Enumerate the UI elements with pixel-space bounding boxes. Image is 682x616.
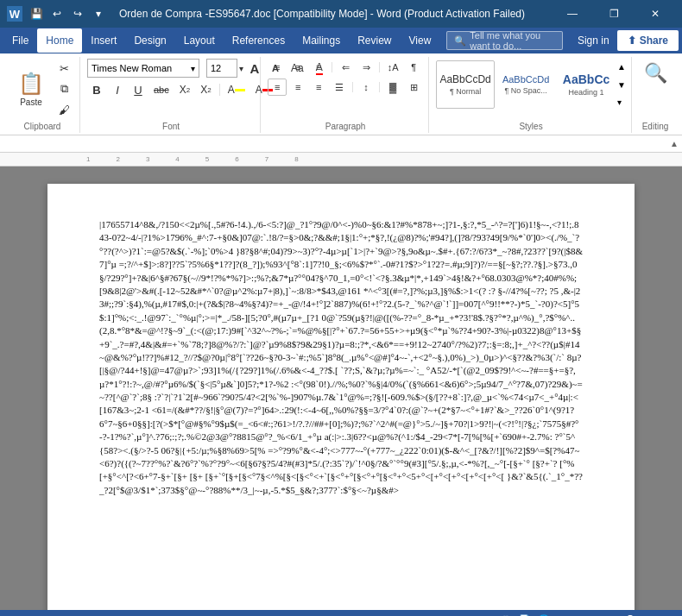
title-bar-left: W 💾 ↩ ↪ ▾ Orden de Compra -ES95647.doc […	[7, 5, 525, 22]
redo-button[interactable]: ↪	[69, 5, 86, 22]
window-controls: — ❐ ✕	[553, 0, 675, 28]
editing-label: Editing	[634, 122, 677, 131]
para-div3	[352, 82, 353, 92]
italic-button[interactable]: I	[108, 80, 127, 99]
font-size-dropdown[interactable]: ▾	[239, 64, 243, 73]
minimize-button[interactable]: —	[553, 0, 592, 28]
align-left-button[interactable]: ≡	[268, 79, 287, 96]
search-icon: 🔍	[454, 35, 466, 47]
style-heading1-label: Heading 1	[569, 88, 604, 97]
restore-button[interactable]: ❐	[594, 0, 634, 28]
paragraph-label: Paragraph	[262, 122, 428, 131]
para-div1	[332, 62, 332, 72]
share-icon: ⬆	[628, 35, 636, 47]
font-divider	[219, 84, 220, 96]
menu-item-design[interactable]: Design	[125, 28, 174, 53]
superscript-button[interactable]: X2	[196, 80, 215, 99]
bold-button[interactable]: B	[87, 80, 106, 99]
quick-access-toolbar: 💾 ↩ ↪ ▾	[28, 5, 107, 22]
close-button[interactable]: ✕	[635, 0, 675, 28]
title-text: Orden de Compra -ES95647.doc [Compatibil…	[119, 8, 525, 20]
menu-item-file[interactable]: File	[3, 28, 37, 53]
collapse-ribbon-button[interactable]: ▲	[670, 139, 679, 148]
ribbon-collapse-row: ▲	[0, 135, 682, 153]
style-normal[interactable]: AaBbCcDd ¶ Normal	[436, 60, 495, 109]
sign-in-button[interactable]: Sign in	[570, 32, 617, 49]
style-normal-preview: AaBbCcDd	[439, 73, 490, 85]
share-button[interactable]: ⬆ Share	[617, 30, 679, 51]
document-content[interactable]: |17655714^8&,/?150<<2µ%[.,5#?6-!4.).,/6-…	[99, 218, 583, 497]
clipboard-tools: 📋 Paste ✂ ⧉ 🖌	[10, 59, 74, 119]
align-right-button[interactable]: ≡	[309, 79, 328, 96]
ribbon-clipboard: 📋 Paste ✂ ⧉ 🖌 Clipboard	[5, 57, 80, 133]
undo-button[interactable]: ↩	[48, 5, 66, 22]
para-top-row: ≡ ≡ ≡ ⇐ ⇒ ↕A ¶	[268, 59, 423, 76]
word-icon: W	[7, 6, 22, 22]
styles-more-button[interactable]: ▾	[617, 97, 626, 107]
menu-item-mailings[interactable]: Mailings	[294, 28, 349, 53]
align-center-button[interactable]: ≡	[288, 79, 307, 96]
status-bar: Page 1 of 2 4 words English (United Stat…	[0, 610, 682, 616]
document-page[interactable]: |17655714^8&,/?150<<2µ%[.,5#?6-!4.).,/6-…	[47, 184, 635, 610]
para-div4	[379, 82, 380, 92]
styles-scroll: ▲ ▼ ▾	[617, 59, 626, 110]
shading-button[interactable]: ▓	[383, 79, 402, 96]
justify-button[interactable]: ☰	[330, 79, 349, 96]
font-name-input[interactable]: Times New Roman ▾	[87, 59, 199, 78]
strikethrough-button[interactable]: abc	[149, 80, 174, 99]
menu-item-view[interactable]: View	[401, 28, 440, 53]
para-bottom-row: ≡ ≡ ≡ ☰ ↕ ▓ ⊞	[268, 79, 423, 96]
styles-label: Styles	[431, 122, 631, 131]
menu-item-references[interactable]: References	[224, 28, 294, 53]
ribbon: 📋 Paste ✂ ⧉ 🖌 Clipboard Times New Roman …	[0, 53, 682, 135]
bullets-button[interactable]: ≡	[268, 59, 287, 76]
multilevel-button[interactable]: ≡	[309, 59, 328, 76]
indent-button[interactable]: ⇒	[357, 59, 376, 76]
underline-button[interactable]: U	[129, 80, 148, 99]
font-size-input[interactable]: 12	[206, 59, 237, 78]
ribbon-editing: 🔍 Editing	[634, 57, 677, 133]
ruler-bar: 1 2 3 4 5 6 7 8	[0, 153, 682, 167]
text-highlight-button[interactable]: A	[224, 80, 249, 99]
ribbon-font: Times New Roman ▾ 12 ▾ A A Aa A	[82, 57, 261, 133]
outdent-button[interactable]: ⇐	[336, 59, 355, 76]
find-button[interactable]: 🔍	[644, 62, 667, 85]
numbering-button[interactable]: ≡	[288, 59, 307, 76]
ribbon-paragraph: ≡ ≡ ≡ ⇐ ⇒ ↕A ¶ ≡ ≡ ≡ ☰ ↕ ▓ ⊞ P	[262, 57, 429, 133]
copy-button[interactable]: ⧉	[54, 79, 74, 98]
save-button[interactable]: 💾	[28, 5, 45, 22]
style-no-spacing[interactable]: AaBbCcDd ¶ No Spac...	[496, 60, 555, 109]
style-heading1[interactable]: AaBbCc Heading 1	[557, 60, 616, 109]
menu-bar: File Home Insert Design Layout Reference…	[0, 28, 682, 53]
grow-font-button[interactable]: A	[245, 59, 264, 78]
menu-item-review[interactable]: Review	[349, 28, 400, 53]
styles-up-button[interactable]: ▲	[617, 62, 626, 72]
format-painter-button[interactable]: 🖌	[54, 100, 74, 119]
style-normal-label: ¶ Normal	[450, 87, 481, 96]
para-div2	[379, 62, 380, 72]
document-area[interactable]: |17655714^8&,/?150<<2µ%[.,5#?6-!4.).,/6-…	[0, 167, 682, 610]
title-bar: W 💾 ↩ ↪ ▾ Orden de Compra -ES95647.doc […	[0, 0, 682, 28]
ribbon-styles: AaBbCcDd ¶ Normal AaBbCcDd ¶ No Spac... …	[431, 57, 632, 133]
style-no-spacing-preview: AaBbCcDd	[502, 74, 549, 85]
style-heading1-preview: AaBbCc	[563, 72, 609, 86]
styles-down-button[interactable]: ▼	[617, 80, 626, 90]
font-label: Font	[82, 122, 260, 131]
paste-button[interactable]: 📋 Paste	[10, 65, 52, 113]
paste-icon: 📋	[18, 72, 44, 96]
line-spacing-button[interactable]: ↕	[357, 79, 376, 96]
menu-item-home[interactable]: Home	[37, 28, 82, 53]
show-hide-button[interactable]: ¶	[404, 59, 423, 76]
paste-label: Paste	[20, 97, 42, 107]
menu-item-layout[interactable]: Layout	[175, 28, 224, 53]
sort-button[interactable]: ↕A	[383, 59, 402, 76]
style-no-spacing-label: ¶ No Spac...	[504, 86, 546, 95]
cut-button[interactable]: ✂	[54, 59, 74, 78]
clipboard-secondary: ✂ ⧉ 🖌	[54, 59, 74, 119]
tell-me-text: Tell me what you want to do...	[470, 30, 555, 51]
menu-item-insert[interactable]: Insert	[82, 28, 125, 53]
tell-me-input[interactable]: 🔍 Tell me what you want to do...	[446, 31, 563, 50]
subscript-button[interactable]: X2	[175, 80, 194, 99]
customize-button[interactable]: ▾	[90, 5, 107, 22]
borders-button[interactable]: ⊞	[404, 79, 423, 96]
